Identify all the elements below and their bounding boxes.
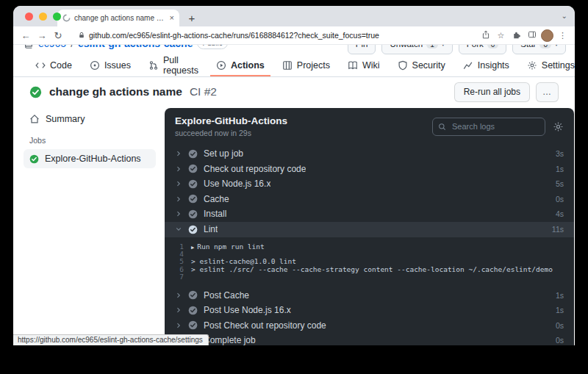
minimize-window-button[interactable] bbox=[39, 12, 47, 21]
step-row-post-use-node-js-16-x[interactable]: Post Use Node.js 16.x1s bbox=[165, 303, 574, 318]
tab-pull-requests[interactable]: Pull requests bbox=[143, 55, 204, 76]
pill-label: Pin bbox=[356, 45, 368, 48]
log-group-line[interactable]: 1▶Run npm run lint bbox=[165, 243, 574, 251]
sidebar-jobs-label: Jobs bbox=[24, 129, 156, 149]
search-logs-box[interactable] bbox=[432, 118, 545, 136]
job-log-panel: Explore-GitHub-Actions succeeded now in … bbox=[165, 108, 574, 345]
step-row-use-node-js-16-x[interactable]: Use Node.js 16.x5s bbox=[165, 176, 574, 192]
pr-icon bbox=[148, 60, 159, 71]
close-window-button[interactable] bbox=[25, 12, 33, 21]
lock-icon bbox=[78, 32, 85, 39]
sidebar-item-summary[interactable]: Summary bbox=[24, 109, 156, 129]
log-settings-gear-icon[interactable] bbox=[553, 121, 564, 132]
pin-button[interactable]: Pin bbox=[348, 45, 376, 54]
repo-icon bbox=[24, 45, 34, 48]
step-row-complete-job[interactable]: Complete job0s bbox=[165, 333, 574, 345]
tab-settings[interactable]: Settings bbox=[521, 55, 575, 76]
chevron-down-icon[interactable] bbox=[175, 226, 182, 233]
job-steps-list: Set up job3sCheck out repository code1sU… bbox=[165, 143, 574, 345]
step-duration: 11s bbox=[552, 225, 564, 234]
step-duration: 1s bbox=[556, 291, 564, 300]
new-tab-button[interactable]: + bbox=[184, 10, 200, 26]
table-icon bbox=[282, 60, 293, 71]
tab-insights[interactable]: Insights bbox=[457, 55, 515, 76]
job-log-header: Explore-GitHub-Actions succeeded now in … bbox=[165, 108, 574, 143]
fork-button[interactable]: Fork0 bbox=[459, 45, 507, 54]
step-name: Post Use Node.js 16.x bbox=[204, 305, 291, 315]
repo-visibility-badge: Public bbox=[197, 45, 227, 49]
tab-label: Projects bbox=[297, 60, 330, 71]
log-line: 5> eslint-cache@1.0.0 lint bbox=[165, 258, 574, 265]
tab-label: Actions bbox=[231, 60, 265, 71]
chevron-right-icon[interactable] bbox=[175, 306, 182, 314]
repo-name-link[interactable]: eslint-gh-actions-cache bbox=[78, 45, 193, 49]
step-success-icon bbox=[188, 194, 198, 204]
window-controls[interactable] bbox=[25, 12, 61, 21]
share-icon[interactable] bbox=[479, 30, 492, 40]
browser-tab[interactable]: change gh actions name - ec9 × bbox=[57, 10, 179, 26]
expand-group-icon[interactable]: ▶ bbox=[191, 245, 194, 251]
tab-wiki[interactable]: Wiki bbox=[342, 55, 386, 76]
step-row-cache[interactable]: Cache0s bbox=[165, 192, 574, 207]
step-row-post-cache[interactable]: Post Cache1s bbox=[165, 287, 574, 303]
chevron-right-icon[interactable] bbox=[175, 322, 182, 329]
tab-projects[interactable]: Projects bbox=[276, 55, 336, 76]
tab-label: Issues bbox=[104, 60, 131, 71]
tab-close-icon[interactable]: × bbox=[170, 14, 174, 22]
browser-profile-avatar[interactable] bbox=[541, 29, 553, 42]
chevron-right-icon[interactable] bbox=[175, 165, 182, 173]
zoom-window-button[interactable] bbox=[53, 12, 61, 21]
extensions-puzzle-icon[interactable] bbox=[510, 30, 523, 40]
step-success-icon bbox=[188, 149, 198, 159]
chevron-right-icon[interactable] bbox=[175, 292, 182, 299]
tab-issues[interactable]: Issues bbox=[84, 55, 137, 76]
tab-actions[interactable]: Actions bbox=[210, 55, 270, 76]
sidebar-job-explore-github-actions[interactable]: Explore-GitHub-Actions bbox=[24, 149, 156, 168]
tab-security[interactable]: Security bbox=[392, 55, 451, 76]
run-more-options-button[interactable]: … bbox=[536, 82, 559, 102]
back-button[interactable]: ← bbox=[19, 31, 32, 40]
unwatch-button[interactable]: Unwatch1▾ bbox=[381, 45, 452, 54]
tab-label: Code bbox=[50, 60, 72, 71]
step-row-post-check-out-repository-code[interactable]: Post Check out repository code0s bbox=[165, 317, 574, 333]
log-line: 4 bbox=[165, 251, 574, 258]
step-row-install[interactable]: Install4s bbox=[165, 206, 574, 222]
chevron-down-icon[interactable]: ▾ bbox=[555, 45, 558, 48]
step-row-check-out-repository-code[interactable]: Check out repository code1s bbox=[165, 162, 574, 177]
chevron-down-icon[interactable]: ▾ bbox=[442, 45, 445, 48]
step-row-set-up-job[interactable]: Set up job3s bbox=[165, 146, 574, 162]
step-name: Set up job bbox=[204, 148, 243, 159]
tab-search-chevron-icon[interactable]: ⌄ bbox=[562, 12, 567, 20]
step-row-lint[interactable]: Lint11s bbox=[165, 222, 574, 237]
search-logs-input[interactable] bbox=[451, 121, 539, 132]
repo-owner-link[interactable]: ec965 bbox=[38, 45, 66, 49]
rerun-all-jobs-button[interactable]: Re-run all jobs bbox=[454, 82, 530, 102]
address-bar[interactable]: github.com/ec965/eslint-gh-actions-cache… bbox=[72, 29, 472, 42]
graph-icon bbox=[463, 60, 473, 71]
star-button[interactable]: Star0▾ bbox=[512, 45, 566, 54]
step-duration: 0s bbox=[556, 336, 564, 345]
tab-title: change gh actions name - ec9 bbox=[74, 14, 166, 22]
tab-label: Security bbox=[412, 60, 445, 71]
bookmark-star-icon[interactable]: ☆ bbox=[495, 31, 507, 40]
status-bar-tooltip: https://github.com/ec965/eslint-gh-actio… bbox=[13, 334, 209, 345]
step-name: Complete job bbox=[204, 335, 256, 345]
run-content: Summary Jobs Explore-GitHub-Actions Expl… bbox=[13, 107, 575, 345]
chevron-right-icon[interactable] bbox=[175, 150, 182, 157]
chevron-right-icon[interactable] bbox=[175, 180, 182, 187]
step-duration: 1s bbox=[556, 165, 564, 173]
chevron-right-icon[interactable] bbox=[175, 195, 182, 203]
tab-label: Wiki bbox=[362, 60, 380, 71]
tab-label: Pull requests bbox=[163, 55, 198, 76]
shield-icon bbox=[398, 60, 408, 71]
step-log: 1▶Run npm run lint45> eslint-cache@1.0.0… bbox=[165, 237, 574, 288]
reload-button[interactable]: ↻ bbox=[51, 31, 65, 40]
chevron-right-icon[interactable] bbox=[175, 210, 182, 217]
side-panel-icon[interactable] bbox=[526, 30, 538, 40]
tab-label: Insights bbox=[478, 60, 509, 71]
job-status-text: succeeded now in 29s bbox=[175, 129, 425, 137]
tab-code[interactable]: Code bbox=[29, 55, 78, 76]
browser-menu-icon[interactable]: ⋮ bbox=[556, 31, 569, 40]
job-success-icon bbox=[29, 154, 39, 164]
forward-button[interactable]: → bbox=[35, 31, 49, 40]
